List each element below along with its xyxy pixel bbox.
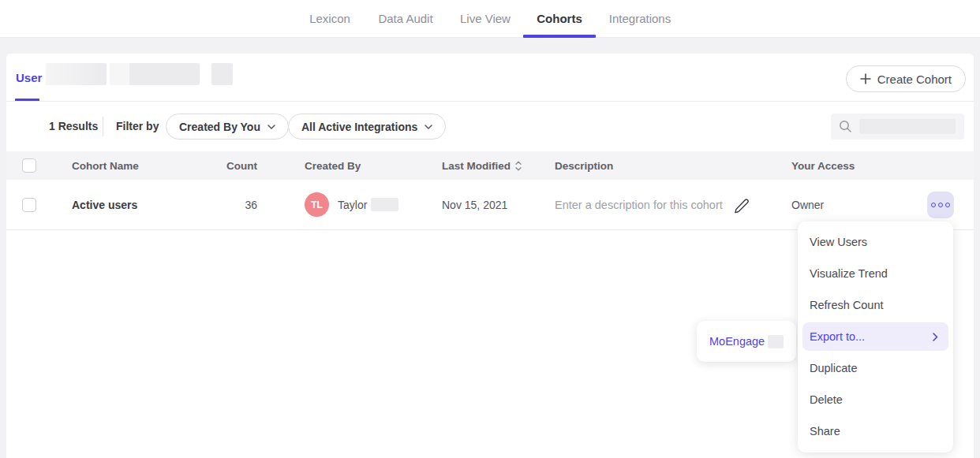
chevron-right-icon — [933, 333, 938, 341]
nav-tab-lexicon[interactable]: Lexicon — [309, 0, 350, 38]
menu-item-export-to[interactable]: Export to... — [802, 322, 948, 351]
edit-description-button[interactable] — [733, 197, 750, 214]
chevron-down-icon — [267, 125, 275, 129]
pencil-icon — [733, 197, 750, 214]
vertical-divider — [103, 117, 103, 136]
header-last-modified-label: Last Modified — [442, 160, 511, 172]
menu-item-export-to-label: Export to... — [810, 330, 865, 343]
redacted-tab-3 — [211, 63, 233, 85]
create-cohort-label: Create Cohort — [877, 73, 952, 86]
created-by-filter-dropdown[interactable]: Created By You — [166, 114, 289, 140]
menu-item-delete[interactable]: Delete — [798, 384, 953, 415]
header-your-access: Your Access — [791, 151, 855, 180]
row-actions-menu-button[interactable] — [927, 192, 954, 218]
filter-bar: 1 Results Filter by Created By You All A… — [6, 102, 974, 151]
sort-icon[interactable] — [515, 161, 522, 171]
header-created-by[interactable]: Created By — [305, 151, 361, 180]
avatar: TL — [305, 192, 329, 217]
chevron-down-icon — [425, 125, 432, 129]
header-cohort-name[interactable]: Cohort Name — [72, 151, 139, 180]
header-count[interactable]: Count — [210, 151, 257, 180]
redacted-submenu-text — [768, 335, 784, 348]
plus-icon — [860, 73, 871, 84]
menu-item-duplicate[interactable]: Duplicate — [798, 352, 953, 384]
row-checkbox[interactable] — [22, 198, 36, 212]
header-last-modified[interactable]: Last Modified — [442, 151, 522, 180]
cohort-name-link[interactable]: Active users — [72, 180, 137, 229]
menu-item-refresh-count[interactable]: Refresh Count — [798, 289, 953, 321]
menu-item-share[interactable]: Share — [798, 415, 953, 447]
redacted-tab-2 — [110, 63, 200, 85]
last-modified-cell: Nov 15, 2021 — [442, 180, 507, 229]
menu-item-view-users[interactable]: View Users — [798, 226, 953, 258]
cohort-count: 36 — [210, 180, 257, 229]
table-header: Cohort Name Count Created By Last Modifi… — [6, 151, 974, 180]
search-input[interactable] — [831, 114, 964, 140]
menu-item-visualize-trend[interactable]: Visualize Trend — [798, 258, 953, 289]
ellipsis-icon — [945, 203, 950, 207]
redacted-tab-1 — [46, 63, 107, 85]
nav-tab-live-view[interactable]: Live View — [460, 0, 511, 38]
create-cohort-button[interactable]: Create Cohort — [846, 65, 966, 92]
nav-tab-cohorts[interactable]: Cohorts — [537, 0, 582, 38]
nav-tab-integrations[interactable]: Integrations — [609, 0, 671, 38]
created-by-name: Taylor — [338, 199, 367, 211]
ellipsis-icon — [938, 203, 943, 207]
submenu-item-moengage[interactable]: MoEngage — [709, 335, 765, 348]
description-placeholder[interactable]: Enter a description for this cohort — [555, 180, 723, 229]
export-submenu: MoEngage — [697, 321, 796, 362]
results-count: 1 Results — [49, 102, 98, 151]
redacted-search-text — [859, 119, 956, 134]
nav-tab-data-audit[interactable]: Data Audit — [378, 0, 432, 38]
tab-user[interactable]: User — [16, 71, 42, 84]
cohorts-page: Lexicon Data Audit Live View Cohorts Int… — [0, 0, 980, 458]
created-by-cell: TL Taylor — [305, 180, 398, 229]
row-actions-context-menu: View Users Visualize Trend Refresh Count… — [798, 222, 953, 452]
select-all-checkbox[interactable] — [22, 158, 36, 173]
filter-by-label: Filter by — [116, 102, 159, 151]
integrations-filter-label: All Active Integrations — [301, 121, 417, 133]
ellipsis-icon — [931, 203, 936, 207]
created-by-filter-label: Created By You — [179, 121, 260, 133]
integrations-filter-dropdown[interactable]: All Active Integrations — [288, 114, 446, 140]
active-tab-underline — [523, 35, 596, 38]
header-description: Description — [555, 151, 613, 180]
top-nav: Lexicon Data Audit Live View Cohorts Int… — [0, 0, 980, 38]
redacted-last-name — [371, 198, 398, 211]
search-icon — [839, 120, 852, 133]
